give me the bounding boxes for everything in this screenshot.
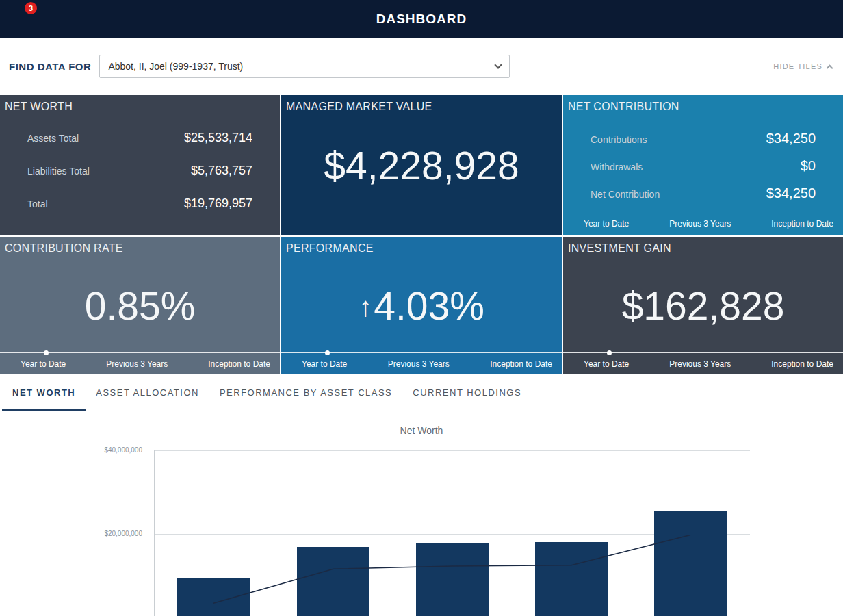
notification-badge: 3 bbox=[25, 2, 37, 14]
tab-net-worth[interactable]: NET WORTH bbox=[2, 374, 86, 411]
tile-row: Contributions $34,250 bbox=[591, 131, 816, 146]
y-axis-tick-label: $20,000,000 bbox=[104, 530, 142, 537]
period-previous-3-years[interactable]: Previous 3 Years bbox=[669, 359, 731, 369]
row-label: Withdrawals bbox=[591, 162, 643, 172]
y-axis-line bbox=[154, 450, 155, 616]
selected-period-indicator-dot bbox=[44, 350, 49, 355]
selected-period-indicator-dot bbox=[325, 350, 330, 355]
period-inception-to-date[interactable]: Inception to Date bbox=[771, 359, 833, 369]
page-title: DASHBOARD bbox=[376, 12, 467, 27]
performance-value: 4.03% bbox=[374, 283, 484, 329]
period-selector: Year to Date Previous 3 Years Inception … bbox=[563, 352, 843, 374]
chevron-down-icon bbox=[495, 61, 502, 68]
net-worth-bar bbox=[654, 511, 727, 616]
period-previous-3-years[interactable]: Previous 3 Years bbox=[388, 359, 450, 369]
period-inception-to-date[interactable]: Inception to Date bbox=[208, 359, 270, 369]
row-value: $34,250 bbox=[766, 185, 816, 201]
period-selector: Year to Date Previous 3 Years Inception … bbox=[281, 352, 562, 374]
tile-row: Withdrawals $0 bbox=[591, 158, 816, 174]
tab-asset-allocation[interactable]: ASSET ALLOCATION bbox=[86, 374, 209, 411]
period-selector: Year to Date Previous 3 Years Inception … bbox=[563, 211, 843, 235]
tile-managed-market-value: MANAGED MARKET VALUE $4,228,928 bbox=[281, 95, 562, 235]
find-data-bar: FIND DATA FOR Abbot, II, Joel (999-1937,… bbox=[0, 38, 843, 95]
tab-current-holdings[interactable]: CURRENT HOLDINGS bbox=[402, 374, 532, 411]
gridline bbox=[154, 450, 750, 451]
summary-tiles-grid: NET WORTH Assets Total $25,533,714 Liabi… bbox=[0, 95, 843, 374]
row-label: Assets Total bbox=[27, 133, 79, 144]
period-selector: Year to Date Previous 3 Years Inception … bbox=[0, 352, 280, 374]
row-label: Contributions bbox=[591, 134, 647, 145]
period-year-to-date[interactable]: Year to Date bbox=[21, 359, 66, 369]
net-worth-bar bbox=[416, 543, 489, 616]
row-label: Net Contribution bbox=[591, 189, 660, 200]
tile-title: NET CONTRIBUTION bbox=[568, 101, 679, 113]
tile-investment-gain: INVESTMENT GAIN $162,828 Year to Date Pr… bbox=[563, 237, 843, 374]
row-value: $34,250 bbox=[766, 131, 816, 146]
period-previous-3-years[interactable]: Previous 3 Years bbox=[669, 219, 731, 229]
period-previous-3-years[interactable]: Previous 3 Years bbox=[106, 359, 168, 369]
tile-performance: PERFORMANCE ↑ 4.03% Year to Date Previou… bbox=[281, 237, 562, 374]
selected-period-indicator-dot bbox=[607, 350, 612, 355]
tile-title: NET WORTH bbox=[5, 101, 73, 113]
tile-net-worth: NET WORTH Assets Total $25,533,714 Liabi… bbox=[0, 95, 280, 235]
period-year-to-date[interactable]: Year to Date bbox=[584, 359, 629, 369]
period-year-to-date[interactable]: Year to Date bbox=[302, 359, 347, 369]
net-worth-bar bbox=[297, 547, 369, 616]
tile-row: Total $19,769,957 bbox=[27, 196, 252, 211]
chart-title: Net Worth bbox=[0, 425, 843, 436]
period-inception-to-date[interactable]: Inception to Date bbox=[771, 219, 833, 229]
client-selector-value: Abbot, II, Joel (999-1937, Trust) bbox=[108, 61, 243, 72]
chevron-up-icon bbox=[827, 64, 833, 71]
row-label: Liabilities Total bbox=[27, 166, 90, 177]
y-axis-tick-label: $40,000,000 bbox=[104, 446, 142, 454]
tile-rows: Assets Total $25,533,714 Liabilities Tot… bbox=[0, 131, 280, 229]
hide-tiles-label: HIDE TILES bbox=[773, 62, 822, 70]
tab-performance-by-asset-class[interactable]: PERFORMANCE BY ASSET CLASS bbox=[209, 374, 402, 411]
net-worth-bar bbox=[177, 578, 250, 616]
row-label: Total bbox=[27, 198, 48, 209]
tile-big-value: $4,228,928 bbox=[281, 95, 562, 235]
period-inception-to-date[interactable]: Inception to Date bbox=[490, 359, 552, 369]
net-worth-chart: Net Worth $40,000,000$20,000,000 bbox=[0, 411, 843, 616]
top-app-bar: 3 DASHBOARD bbox=[0, 0, 843, 38]
hide-tiles-button[interactable]: HIDE TILES bbox=[773, 62, 832, 70]
period-year-to-date[interactable]: Year to Date bbox=[584, 219, 629, 229]
tile-row: Assets Total $25,533,714 bbox=[27, 131, 252, 145]
row-value: $25,533,714 bbox=[184, 131, 252, 145]
tile-net-contribution: NET CONTRIBUTION Contributions $34,250 W… bbox=[563, 95, 843, 235]
tile-contribution-rate: CONTRIBUTION RATE 0.85% Year to Date Pre… bbox=[0, 237, 280, 374]
tile-rows: Contributions $34,250 Withdrawals $0 Net… bbox=[563, 131, 843, 213]
tile-row: Net Contribution $34,250 bbox=[591, 185, 816, 201]
tile-row: Liabilities Total $5,763,757 bbox=[27, 164, 252, 178]
find-data-label: FIND DATA FOR bbox=[9, 61, 91, 73]
up-arrow-icon: ↑ bbox=[359, 292, 372, 322]
row-value: $0 bbox=[801, 158, 816, 174]
row-value: $19,769,957 bbox=[184, 196, 252, 211]
client-selector-dropdown[interactable]: Abbot, II, Joel (999-1937, Trust) bbox=[99, 55, 510, 78]
row-value: $5,763,757 bbox=[191, 164, 252, 178]
net-worth-bar bbox=[535, 542, 608, 616]
section-tabs: NET WORTH ASSET ALLOCATION PERFORMANCE B… bbox=[0, 374, 843, 411]
